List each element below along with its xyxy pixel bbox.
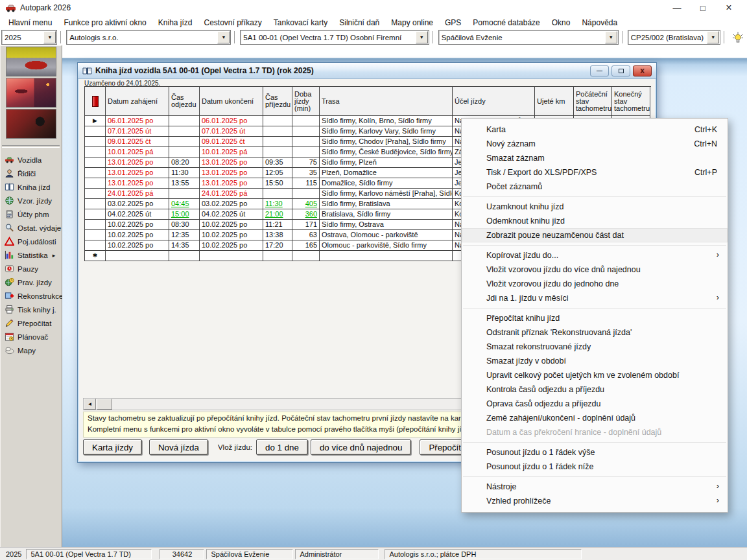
menubar-item-funkce-pro-aktivni-okno[interactable]: Funkce pro aktivní okno: [58, 17, 152, 29]
cell-start-date[interactable]: 13.01.2025 po: [106, 158, 169, 168]
cell-start-date[interactable]: 10.01.2025 pá: [106, 147, 169, 158]
cell-duration-min[interactable]: 75: [292, 158, 320, 168]
cell-start-date[interactable]: 10.02.2025 po: [106, 220, 169, 230]
cell-arr-time[interactable]: [263, 126, 292, 137]
cell-start-date[interactable]: 13.01.2025 po: [106, 178, 169, 189]
cell-arr-time[interactable]: [263, 116, 292, 126]
cell-duration-min[interactable]: [292, 116, 320, 126]
menu-item-smazat-zaznam[interactable]: Smazat záznam: [462, 151, 728, 165]
cell-route[interactable]: [320, 251, 453, 261]
cell-start-date[interactable]: 10.02.2025 po: [106, 230, 169, 240]
cell-route[interactable]: Sídlo firmy, Kolín, Brno, Sídlo firmy: [320, 116, 453, 126]
sidebar-item-rekonstrukce[interactable]: Rekonstrukce: [0, 289, 62, 303]
menu-item-vlozit-vzorovou-jizdu-do-vice-dnu-najednou[interactable]: Vložit vzorovou jízdu do více dnů najedn…: [462, 262, 728, 277]
cell-indicator[interactable]: [85, 137, 106, 147]
cell-duration-min[interactable]: [292, 126, 320, 137]
cell-end-date[interactable]: 10.02.2025 po: [200, 230, 263, 240]
menu-item-zeme-zahajeni-ukonceni-doplneni-udaju[interactable]: Země zahájení/ukončení - doplnění údajů: [462, 411, 728, 425]
cell-end-date[interactable]: 10.02.2025 po: [200, 240, 263, 251]
cell-duration-min[interactable]: [292, 189, 320, 199]
cell-duration-min[interactable]: [292, 251, 320, 261]
app-minimize-button[interactable]: —: [664, 1, 690, 15]
chevron-down-icon[interactable]: ▼: [707, 31, 719, 43]
cell-duration-min[interactable]: 63: [292, 230, 320, 240]
cell-start-date[interactable]: 09.01.2025 čt: [106, 137, 169, 147]
menu-item-vlozit-vzorovou-jizdu-do-jednoho-dne[interactable]: Vložit vzorovou jízdu do jednoho dne: [462, 277, 728, 291]
app-maximize-button[interactable]: □: [690, 1, 716, 15]
menu-item-smazat-jizdy-v-obdobi[interactable]: Smazat jízdy v období: [462, 354, 728, 368]
cell-start-date[interactable]: 13.01.2025 po: [106, 168, 169, 178]
window-close-button[interactable]: x: [633, 65, 652, 76]
sidebar-item-pauzy[interactable]: Pauzy: [0, 262, 62, 275]
menubar-item-gps[interactable]: GPS: [439, 17, 467, 29]
cell-arr-time[interactable]: 11:30: [263, 199, 292, 209]
nova-jizda-button[interactable]: Nová jízda: [149, 439, 208, 455]
cell-dep-time[interactable]: 14:35: [169, 240, 200, 251]
cell-dep-time[interactable]: 08:30: [169, 220, 200, 230]
cell-end-date[interactable]: 07.01.2025 út: [200, 126, 263, 137]
cell-indicator[interactable]: [85, 220, 106, 230]
cell-route[interactable]: Domažlice, Sídlo firmy: [320, 178, 453, 189]
cell-route[interactable]: Ostrava, Olomouc - parkoviště: [320, 230, 453, 240]
sidebar-item-vzor-jizdy[interactable]: Vzor. jízdy: [0, 194, 62, 207]
cell-route[interactable]: Sídlo firmy, Chodov [Praha], Sídlo firmy: [320, 137, 453, 147]
company-combobox[interactable]: Autologis s.r.o. ▼: [66, 30, 231, 45]
menubar-item-kniha-jizd[interactable]: Kniha jízd: [152, 17, 198, 29]
cell-route[interactable]: Sídlo firmy, Plzeň: [320, 158, 453, 168]
menu-item-prepocitat-knihu-jizd[interactable]: Přepočítat knihu jízd: [462, 311, 728, 325]
cell-dep-time[interactable]: [169, 147, 200, 158]
cell-duration-min[interactable]: 171: [292, 220, 320, 230]
cell-dep-time[interactable]: 12:35: [169, 230, 200, 240]
chevron-down-icon[interactable]: ▼: [43, 31, 56, 43]
cell-arr-time[interactable]: 11:21: [263, 220, 292, 230]
sidebar-item-poj-udalosti[interactable]: Poj.události: [0, 235, 62, 248]
sidebar-item-prav-jizdy[interactable]: Prav. jízdy: [0, 275, 62, 289]
sidebar-item-kniha-jizd[interactable]: Kniha jízd: [0, 180, 62, 194]
cell-arr-time[interactable]: [263, 137, 292, 147]
year-combobox[interactable]: 2025 ▼: [1, 30, 57, 45]
sidebar-item-tisk-knihy-j[interactable]: Tisk knihy j.: [0, 303, 62, 316]
cell-duration-min[interactable]: 405: [292, 199, 320, 209]
insert-multi-day-button[interactable]: do více dnů najednou: [311, 439, 411, 455]
menu-item-nastroje[interactable]: Nástroje›: [462, 480, 728, 494]
cell-indicator[interactable]: [85, 189, 106, 199]
cell-end-date[interactable]: 06.01.2025 po: [200, 116, 263, 126]
cell-indicator[interactable]: [85, 199, 106, 209]
cell-route[interactable]: Sídlo firmy, Karlovo náměstí [Praha], Sí…: [320, 189, 453, 199]
window-restore-button[interactable]: [611, 65, 630, 76]
cell-dep-time[interactable]: [169, 116, 200, 126]
sidebar-item-mapy[interactable]: Mapy: [0, 344, 62, 357]
cell-indicator[interactable]: [85, 158, 106, 168]
cell-dep-time[interactable]: 08:20: [169, 158, 200, 168]
cell-duration-min[interactable]: [292, 137, 320, 147]
sidebar-item-ucty-phm[interactable]: Účty phm: [0, 207, 62, 221]
sidebar-item-prepocitat[interactable]: Přepočítat: [0, 316, 62, 330]
insert-one-day-button[interactable]: do 1 dne: [256, 439, 308, 455]
menubar-item-napoveda[interactable]: Nápověda: [576, 17, 623, 29]
sidebar-item-ostat-vydaje[interactable]: Ostat. výdaje: [0, 221, 62, 235]
menu-item-uzamknout-knihu-jizd[interactable]: Uzamknout knihu jízd: [462, 200, 728, 214]
cell-start-date[interactable]: 04.02.2025 út: [106, 209, 169, 220]
window-minimize-button[interactable]: —: [590, 65, 609, 76]
menu-item-posunout-jizdu-o-1-radek-vyse[interactable]: Posunout jízdu o 1 řádek výše: [462, 445, 728, 460]
menu-item-pocet-zaznamu[interactable]: Počet záznamů: [462, 180, 728, 194]
menubar-item-okno[interactable]: Okno: [546, 17, 576, 29]
menubar-item-hlavni-menu[interactable]: Hlavní menu: [3, 17, 58, 29]
cell-arr-time[interactable]: 12:05: [263, 168, 292, 178]
menu-item-jdi-na-1-jizdu-v-mesici[interactable]: Jdi na 1. jízdu v měsíci›: [462, 291, 728, 305]
cell-end-date[interactable]: 13.01.2025 po: [200, 178, 263, 189]
menu-item-kopirovat-jizdu-do[interactable]: Kopírovat jízdu do...›: [462, 248, 728, 262]
cell-duration-min[interactable]: 165: [292, 240, 320, 251]
cell-dep-time[interactable]: [169, 251, 200, 261]
cell-end-date[interactable]: 24.01.2025 pá: [200, 189, 263, 199]
cell-route[interactable]: Sídlo firmy, České Budějovice, Sídlo fir…: [320, 147, 453, 158]
cell-duration-min[interactable]: 115: [292, 178, 320, 189]
menu-item-vzhled-prohlizece[interactable]: Vzhled prohlížeče›: [462, 494, 728, 508]
menu-item-novy-zaznam[interactable]: Nový záznamCtrl+N: [462, 137, 728, 151]
sidebar-item-planovac[interactable]: Plánovač: [0, 330, 62, 344]
chevron-down-icon[interactable]: ▼: [605, 31, 617, 43]
cell-duration-min[interactable]: 35: [292, 168, 320, 178]
sidebar-item-statistika[interactable]: Statistika▸: [0, 248, 62, 262]
cell-end-date[interactable]: 03.02.2025 po: [200, 199, 263, 209]
cell-end-date[interactable]: 10.02.2025 po: [200, 220, 263, 230]
